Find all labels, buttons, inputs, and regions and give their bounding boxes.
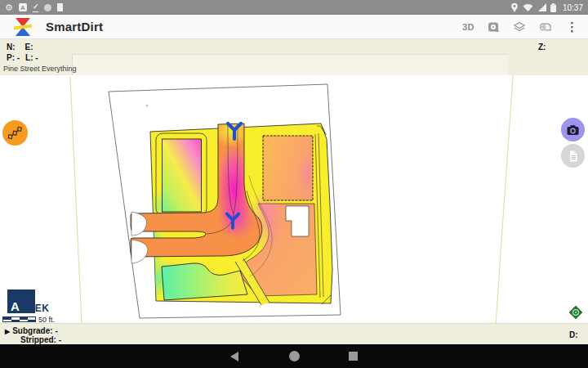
plan-name: Pine Street Everything <box>3 65 77 73</box>
back-button[interactable] <box>230 352 238 361</box>
p-value: P: - <box>7 53 20 62</box>
l-value: L: - <box>25 53 38 62</box>
stripped-label: Stripped: - <box>20 335 61 344</box>
wifi-icon <box>523 3 533 11</box>
agtek-logo-text: GTEK <box>20 303 49 313</box>
coordinate-info-bar: N:E: P: -L: - Z: Pine Street Everything <box>0 39 588 75</box>
smartdirt-screen: ⚙ A ✓ 10:37 SmartDirt 3D <box>0 0 588 368</box>
gps-diamond-icon <box>568 305 583 320</box>
camera-icon <box>566 123 580 137</box>
update-complete-icon: ✓ <box>33 3 39 12</box>
measure-tool-button[interactable] <box>486 20 501 34</box>
east-label: E: <box>25 43 33 52</box>
subgrade-label: Subgrade: - <box>12 326 58 335</box>
gps-status-button[interactable] <box>568 305 583 320</box>
north-label: N: <box>7 43 16 52</box>
map-scale-bar <box>2 316 36 322</box>
pad-northeast <box>263 136 317 200</box>
map-scale-label: 50 ft. <box>38 316 55 324</box>
expand-arrow-icon[interactable]: ▶ <box>5 328 10 335</box>
readout-inset-panel <box>72 54 508 75</box>
layers-button[interactable] <box>512 20 527 34</box>
notes-button[interactable] <box>561 144 585 168</box>
draw-polyline-button[interactable] <box>2 120 28 146</box>
recents-button[interactable] <box>349 352 358 361</box>
delta-label: D: <box>569 330 578 339</box>
polyline-vertices-icon <box>7 124 24 141</box>
agtek-logo-block: A GTEK 50 ft. <box>2 289 66 324</box>
clock: 10:37 <box>563 3 583 12</box>
elevation-label: Z: <box>538 43 546 52</box>
survey-dot <box>145 104 148 106</box>
heatmap-area <box>131 114 332 305</box>
agtek-logo-a: A <box>11 300 20 312</box>
app-notification-icon: A <box>19 3 27 11</box>
status-bar: ⚙ A ✓ 10:37 <box>0 0 588 15</box>
app-title: SmartDirt <box>46 20 103 34</box>
smartdirt-logo-icon <box>13 16 33 38</box>
battery-icon <box>550 3 556 12</box>
camera-button[interactable] <box>561 118 585 141</box>
settings-notification-icon: ⚙ <box>5 3 13 12</box>
location-icon <box>510 2 519 12</box>
view-3d-button[interactable]: 3D <box>462 22 474 32</box>
volumes-info-bar: ▶Subgrade: - Stripped: - D: <box>0 323 588 344</box>
android-nav-bar <box>0 344 588 368</box>
plan-roll-button[interactable] <box>538 20 553 34</box>
notification-dot-icon <box>44 4 51 11</box>
overflow-menu-button[interactable]: ⋮ <box>564 20 580 33</box>
pad-northwest <box>156 133 207 215</box>
storage-notification-icon <box>57 3 63 11</box>
document-icon <box>567 150 580 163</box>
app-bar: SmartDirt 3D ⋮ <box>0 15 588 39</box>
home-button[interactable] <box>289 351 300 361</box>
signal-icon <box>537 3 546 11</box>
